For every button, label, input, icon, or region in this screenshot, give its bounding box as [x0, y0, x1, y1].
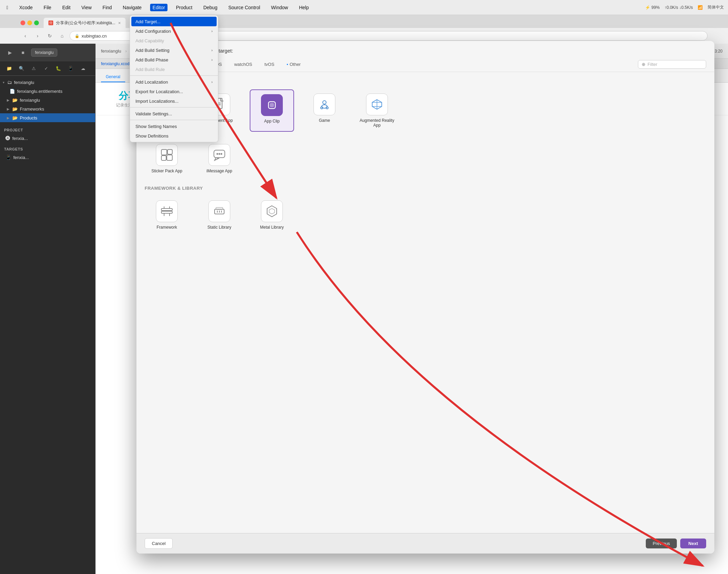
forward-button[interactable]: › — [33, 31, 42, 41]
apple-menu[interactable]:  — [4, 4, 11, 11]
products-folder[interactable]: ▶ 📂 Products — [0, 113, 95, 122]
minimize-button[interactable] — [27, 20, 32, 25]
menu-validate-settings[interactable]: Validate Settings... — [130, 109, 218, 118]
dialog-footer-right: Previous Next — [646, 539, 706, 548]
svg-point-11 — [326, 107, 328, 109]
disclosure-icon: ▶ — [7, 98, 10, 102]
battery-status: ⚡ 99% — [645, 5, 659, 10]
file-menu[interactable]: File — [41, 4, 54, 11]
disclosure-icon: ▾ — [3, 81, 4, 84]
tab-general[interactable]: General — [101, 72, 125, 82]
menu-show-definitions[interactable]: Show Definitions — [130, 131, 218, 141]
svg-rect-16 — [161, 149, 167, 155]
fenxianglu-folder[interactable]: ▶ 📂 fenxianglu — [0, 96, 95, 104]
stop-button[interactable]: ■ — [19, 48, 27, 57]
svg-point-24 — [221, 153, 222, 155]
file-icon: 📄 — [10, 89, 15, 94]
framework-template-row: Framework Static Library — [145, 196, 706, 234]
target-entry[interactable]: 📱 fenxia... — [0, 153, 95, 162]
metal-library-label: Metal Library — [260, 225, 283, 230]
chevron-right-icon: › — [212, 29, 213, 33]
window-menu[interactable]: Window — [269, 4, 291, 11]
dialog-title: Choose a template for your new target: — [136, 41, 714, 57]
sidebar-warning-icon[interactable]: ⚠ — [29, 64, 38, 73]
platform-other[interactable]: ● Other — [281, 60, 306, 69]
menu-separator-1 — [130, 75, 218, 76]
menu-add-configuration[interactable]: Add Configuration › — [130, 26, 218, 36]
template-metal-library[interactable]: Metal Library — [250, 196, 294, 234]
svg-marker-21 — [215, 158, 219, 160]
entitlements-file[interactable]: 📄 fenxianglu.entitlements — [0, 87, 95, 96]
editor-menu[interactable]: Editor — [150, 4, 168, 11]
template-app-clip[interactable]: App Clip — [250, 89, 294, 132]
menu-add-localization[interactable]: Add Localization › — [130, 77, 218, 87]
template-static-library[interactable]: Static Library — [197, 196, 242, 234]
sidebar-search-icon[interactable]: 🔍 — [17, 64, 26, 73]
back-button[interactable]: ‹ — [20, 31, 30, 41]
close-button[interactable] — [20, 20, 25, 25]
maximize-button[interactable] — [34, 20, 39, 25]
platform-watchos[interactable]: watchOS — [229, 60, 257, 69]
network-status: ↑0.0K/s ↓0.5K/s — [665, 5, 693, 10]
project-entry[interactable]: 🅐 fenxia... — [0, 134, 95, 143]
previous-button[interactable]: Previous — [646, 539, 677, 548]
sidebar-file-icon[interactable]: 📁 — [5, 64, 14, 73]
sidebar-debug-icon[interactable]: 🐛 — [54, 64, 63, 73]
menu-show-setting-names[interactable]: Show Setting Names — [130, 121, 218, 131]
xcode-menu[interactable]: Xcode — [17, 4, 35, 11]
breadcrumb-separator: › — [125, 48, 127, 54]
navigate-menu[interactable]: Navigate — [120, 4, 144, 11]
run-button[interactable]: ▶ — [5, 48, 15, 57]
dropdown-menu: Add Target... Add Configuration › Add Ca… — [130, 15, 218, 142]
project-icon: 🗂 — [7, 80, 12, 85]
template-sticker-pack[interactable]: Sticker Pack App — [145, 140, 189, 177]
disclosure-icon: ▶ — [7, 116, 10, 120]
template-imessage[interactable]: iMessage App — [197, 140, 242, 177]
filter-input[interactable]: ⊕ Filter — [638, 60, 706, 69]
application-section-header: Application — [145, 79, 706, 84]
source-control-menu[interactable]: Source Control — [226, 4, 262, 11]
sidebar-cloud-icon[interactable]: ☁ — [78, 64, 87, 73]
menu-add-target[interactable]: Add Target... — [131, 17, 217, 26]
sidebar-test-icon[interactable]: ✓ — [42, 64, 50, 73]
menu-import-localizations[interactable]: Import Localizations... — [130, 96, 218, 106]
platform-tvos[interactable]: tvOS — [259, 60, 279, 69]
targets-label: TARGETS — [4, 147, 23, 151]
active-tab[interactable]: 分 分享录(公众号/小程序:xubingta... ✕ — [44, 18, 126, 28]
product-menu[interactable]: Product — [174, 4, 195, 11]
folder-icon: 📂 — [12, 106, 18, 112]
edit-menu[interactable]: Edit — [60, 4, 73, 11]
game-label: Game — [319, 118, 330, 123]
frameworks-name: Frameworks — [20, 106, 44, 112]
tab-close-icon[interactable]: ✕ — [118, 21, 121, 25]
ar-app-label: Augmented Reality App — [359, 118, 395, 128]
template-grid: Application A App — [136, 72, 714, 533]
refresh-button[interactable]: ↻ — [45, 31, 55, 41]
chevron-right-icon: › — [212, 58, 213, 62]
svg-point-22 — [217, 153, 218, 155]
project-root[interactable]: ▾ 🗂 fenxianglu — [0, 78, 95, 87]
sidebar-device-icon[interactable]: 📱 — [66, 64, 75, 73]
help-menu[interactable]: Help — [296, 4, 311, 11]
cancel-button[interactable]: Cancel — [145, 538, 173, 549]
svg-point-10 — [321, 107, 323, 109]
tab-label: 分享录(公众号/小程序:xubingta... — [56, 20, 115, 26]
svg-rect-26 — [161, 211, 172, 213]
template-framework[interactable]: Framework — [145, 196, 189, 234]
home-button[interactable]: ⌂ — [57, 31, 67, 41]
browser-tabs: 分 分享录(公众号/小程序:xubingta... ✕ + — [0, 15, 728, 28]
view-menu[interactable]: View — [79, 4, 94, 11]
menu-export-localization[interactable]: Export for Localization... — [130, 87, 218, 96]
svg-marker-37 — [269, 209, 275, 214]
svg-rect-7 — [270, 103, 274, 107]
menu-add-build-phase[interactable]: Add Build Phase › — [130, 55, 218, 64]
next-button[interactable]: Next — [680, 539, 706, 548]
template-ar-app[interactable]: Augmented Reality App — [355, 89, 399, 132]
scheme-selector[interactable]: fenxianglu — [31, 48, 57, 57]
menu-add-build-setting[interactable]: Add Build Setting › — [130, 45, 218, 55]
frameworks-folder[interactable]: ▶ 📂 Frameworks — [0, 104, 95, 113]
debug-menu[interactable]: Debug — [201, 4, 220, 11]
template-game[interactable]: Game — [302, 89, 347, 132]
find-menu[interactable]: Find — [100, 4, 114, 11]
ar-app-icon — [366, 94, 388, 115]
